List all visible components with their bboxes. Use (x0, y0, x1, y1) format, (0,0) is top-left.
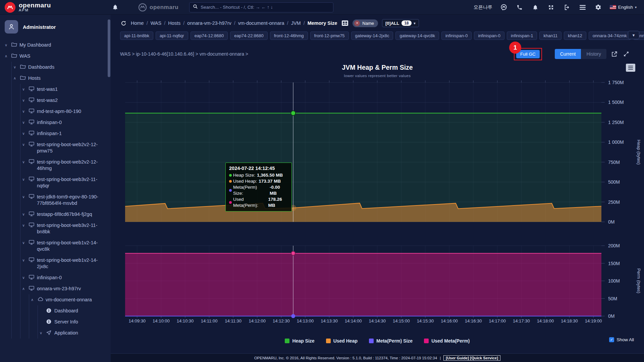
sidebar-item-was[interactable]: ∧WAS (0, 51, 111, 62)
chevron-down-icon[interactable]: ∨ (22, 211, 29, 218)
legend-item-used-meta-perm-[interactable]: Used Meta(Perm) (424, 338, 470, 344)
chevron-down-icon[interactable]: ∨ (13, 64, 20, 70)
global-search[interactable] (189, 2, 333, 12)
chevron-up-icon[interactable]: ∧ (13, 75, 20, 81)
sidebar-item-testapp-6f8cd67b94-fj2gq[interactable]: ∨testapp-6f8cd67b94-fj2gq (0, 209, 111, 220)
alerts-bell-icon[interactable] (531, 3, 540, 12)
instance-tag[interactable]: infinispan-0 (474, 32, 504, 40)
phone-icon[interactable] (515, 3, 524, 12)
search-input[interactable] (201, 5, 330, 10)
breadcrumb-item[interactable]: onnara-vm-23-h97rv (187, 20, 231, 26)
instance-tag[interactable]: khan12 (564, 32, 586, 40)
sidebar-item-test-spring-boot-web1v2-14-2jx8c[interactable]: ∨test-spring-boot-web1v2-14-2jx8c (0, 255, 111, 272)
chevron-down-icon[interactable]: ∨ (22, 141, 29, 148)
instance-tag[interactable]: onnara-34-74zmk (589, 32, 631, 40)
legend-item-heap-size[interactable]: Heap Size (285, 338, 314, 344)
chevron-down-icon[interactable]: ∨ (22, 159, 29, 165)
admin-profile[interactable]: Administrator (0, 15, 111, 40)
menu-hamburger-icon[interactable] (578, 3, 587, 12)
chevron-down-icon[interactable]: ∨ (22, 257, 29, 263)
instance-tag[interactable]: gateway-14-qvc8k (395, 32, 439, 40)
breadcrumb-item[interactable]: Hosts (168, 20, 180, 26)
perm-chart-area[interactable]: 14:09:3014:10:0014:10:3014:11:0014:11:30… (111, 231, 644, 335)
checkbox-checked-icon[interactable]: ✓ (609, 337, 614, 342)
all-filter-dropdown[interactable]: [0]ALL 18 ▾ (382, 19, 419, 27)
chevron-down-icon[interactable]: ∨ (22, 222, 29, 229)
sidebar-item-test-spring-boot-web1v2-14-qvc8k[interactable]: ∨test-spring-boot-web1v2-14-qvc8k (0, 237, 111, 255)
name-filter-pill[interactable]: × Name (353, 19, 378, 27)
refresh-icon[interactable] (120, 19, 127, 27)
chevron-up-icon[interactable]: ∧ (22, 286, 29, 292)
sidebar-item-test-was2[interactable]: ∨test-was2 (0, 95, 111, 106)
instance-tag[interactable]: eap74-12:8680 (191, 32, 228, 40)
sidebar-item-infinispan-0[interactable]: ∨infinispan-0 (0, 272, 111, 283)
chevron-down-icon[interactable]: ∨ (22, 176, 29, 183)
instance-tag[interactable]: khan11 (539, 32, 561, 40)
user-name[interactable]: 오픈나루 (474, 4, 492, 10)
sidebar-item-rnd-test-apm-80-190[interactable]: ∨rnd-test-apm-80-190 (0, 106, 111, 117)
chevron-down-icon[interactable]: ∨ (22, 108, 29, 115)
heap-chart-svg[interactable]: 0M250M500M750M1 000M1 250M1 500M1 750MHe… (111, 80, 644, 224)
history-tab-button[interactable]: History (581, 49, 606, 59)
expand-chart-icon[interactable] (622, 50, 631, 58)
breadcrumb-item[interactable]: Home (131, 20, 144, 26)
instance-tag[interactable]: front-12-46hmg (270, 32, 308, 40)
instance-tag[interactable]: gateway-14-2jx8c (351, 32, 393, 40)
instance-tag[interactable]: infinispan-0 (441, 32, 472, 40)
breadcrumb-item[interactable]: vm-document-onnara (238, 20, 284, 26)
current-tab-button[interactable]: Current (555, 49, 581, 59)
sidebar-item-infinispan-0[interactable]: ∨infinispan-0 (0, 117, 111, 128)
instance-tag[interactable]: eap74-22:8680 (230, 32, 267, 40)
chevron-down-icon[interactable]: ∨ (22, 119, 29, 126)
sidebar-item-application[interactable]: ∨Application (0, 327, 111, 339)
chevron-down-icon[interactable]: ∨ (22, 130, 29, 137)
open-external-icon[interactable] (610, 50, 619, 58)
language-selector[interactable]: English ▾ (610, 5, 637, 10)
sidebar-item-my-dashboard[interactable]: ∨My Dashboard (0, 40, 111, 51)
sidebar-item-vm-document-onnara[interactable]: ∧vm-document-onnara (0, 294, 111, 305)
chevron-down-icon[interactable]: ∨ (5, 42, 11, 48)
fullscreen-arrows-icon[interactable] (547, 3, 555, 12)
close-icon[interactable]: × (354, 20, 360, 26)
app-logo[interactable]: openmaru APM (0, 2, 111, 13)
chevron-down-icon[interactable]: ∨ (22, 275, 29, 281)
sidebar-item-hosts[interactable]: ∧Hosts (0, 73, 111, 84)
settings-gear-icon[interactable] (594, 3, 603, 12)
chevron-down-icon[interactable]: ∨ (22, 194, 29, 200)
instance-tag[interactable]: api-11-nq6qr (156, 32, 188, 40)
sidebar-item-dashboard[interactable]: Dashboard (0, 305, 111, 316)
instance-tag[interactable]: infinispan-1 (507, 32, 537, 40)
logout-icon[interactable] (562, 3, 571, 12)
breadcrumb-item[interactable]: WAS (151, 20, 162, 26)
sidebar-item-test-spring-boot-web3v2-11-nq6qr[interactable]: ∨test-spring-boot-web3v2-11-nq6qr (0, 174, 111, 191)
chevron-down-icon[interactable]: ∨ (22, 86, 29, 93)
heap-chart-area[interactable]: 0M250M500M750M1 000M1 250M1 500M1 750MHe… (111, 80, 644, 224)
openmaru-chat-icon[interactable] (499, 3, 508, 12)
sidebar-item-dashboards[interactable]: ∨Dashboards (0, 62, 111, 73)
legend-item-meta-perm-size[interactable]: Meta(Perm) Size (369, 338, 413, 344)
sidebar-item-test-spring-boot-web2v2-12-pmw75[interactable]: ∨test-spring-boot-web2v2-12-pmw75 (0, 139, 111, 157)
chevron-down-icon[interactable]: ∨ (22, 97, 29, 104)
sidebar-scrollbar[interactable] (108, 19, 110, 77)
sidebar-item-infinispan-1[interactable]: ∨infinispan-1 (0, 128, 111, 139)
tags-expand-button[interactable]: ▼ (628, 31, 639, 39)
sidebar-item-test-was1[interactable]: ∨test-was1 (0, 84, 111, 95)
breadcrumb-item[interactable]: JVM (291, 20, 301, 26)
instance-tag[interactable]: api-11-bn8bk (120, 32, 153, 40)
table-view-icon[interactable] (341, 19, 348, 27)
chevron-up-icon[interactable]: ∧ (31, 297, 38, 303)
chevron-down-icon[interactable]: ∨ (22, 240, 29, 246)
sidebar-item-test-spring-boot-web2v2-12-46hmg[interactable]: ∨test-spring-boot-web2v2-12-46hmg (0, 157, 111, 174)
chevron-up-icon[interactable]: ∧ (5, 53, 11, 59)
notifications-bell-icon[interactable] (111, 3, 119, 12)
breadcrumb-item[interactable]: Memory Size (308, 20, 337, 26)
sidebar-item-server-info[interactable]: Server Info (0, 316, 111, 327)
sidebar-item-test-spring-boot-web3v2-11-bn8bk[interactable]: ∨test-spring-boot-web3v2-11-bn8bk (0, 220, 111, 237)
perm-chart-svg[interactable]: 14:09:3014:10:0014:10:3014:11:0014:11:30… (111, 231, 644, 335)
sidebar-item-test-jdk8-tom9-egov-80-190-77bf8564f4-msvbd[interactable]: ∨test-jdk8-tom9-egov-80-190-77bf8564f4-m… (0, 191, 111, 209)
show-all-toggle[interactable]: ✓ Show All (609, 337, 634, 342)
chevron-down-icon[interactable]: ∨ (40, 330, 46, 336)
sidebar-item-onnara-vm-23-h97rv[interactable]: ∧onnara-vm-23-h97rv (0, 283, 111, 294)
instance-tag[interactable]: front-12-pmw75 (310, 32, 349, 40)
footer-links[interactable]: [User Guide] [Quick Service] (443, 355, 500, 361)
